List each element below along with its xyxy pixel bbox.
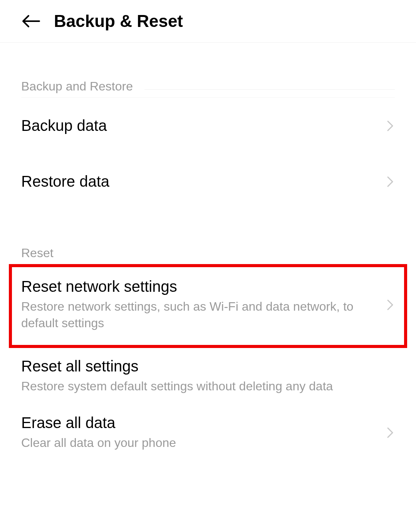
restore-data-item[interactable]: Restore data: [21, 154, 395, 209]
reset-all-item[interactable]: Reset all settings Restore system defaul…: [21, 348, 395, 404]
reset-network-subtitle: Restore network settings, such as Wi-Fi …: [21, 298, 378, 331]
content: Backup and Restore Backup data Restore d…: [0, 43, 416, 461]
list-item-text: Restore data: [21, 173, 378, 190]
header: Backup & Reset: [0, 0, 416, 43]
page-title: Backup & Reset: [54, 12, 183, 31]
section-header-reset: Reset: [21, 209, 395, 264]
list-item-text: Reset network settings Restore network s…: [21, 278, 378, 331]
chevron-right-icon: [386, 118, 395, 134]
erase-all-subtitle: Clear all data on your phone: [21, 435, 378, 451]
section-header-backup-restore: Backup and Restore: [21, 43, 395, 98]
erase-all-title: Erase all data: [21, 414, 378, 432]
reset-all-subtitle: Restore system default settings without …: [21, 378, 395, 395]
back-button[interactable]: [21, 13, 40, 29]
backup-data-title: Backup data: [21, 117, 378, 134]
restore-data-title: Restore data: [21, 173, 378, 190]
reset-all-title: Reset all settings: [21, 358, 395, 375]
chevron-right-icon: [386, 297, 395, 313]
chevron-right-icon: [386, 425, 395, 440]
back-arrow-icon: [22, 15, 40, 28]
reset-network-item[interactable]: Reset network settings Restore network s…: [21, 267, 395, 345]
reset-network-title: Reset network settings: [21, 278, 378, 295]
chevron-right-icon: [386, 174, 395, 189]
backup-data-item[interactable]: Backup data: [21, 98, 395, 154]
list-item-text: Backup data: [21, 117, 378, 134]
highlighted-item: Reset network settings Restore network s…: [9, 264, 407, 348]
erase-all-item[interactable]: Erase all data Clear all data on your ph…: [21, 405, 395, 461]
list-item-text: Erase all data Clear all data on your ph…: [21, 414, 378, 451]
